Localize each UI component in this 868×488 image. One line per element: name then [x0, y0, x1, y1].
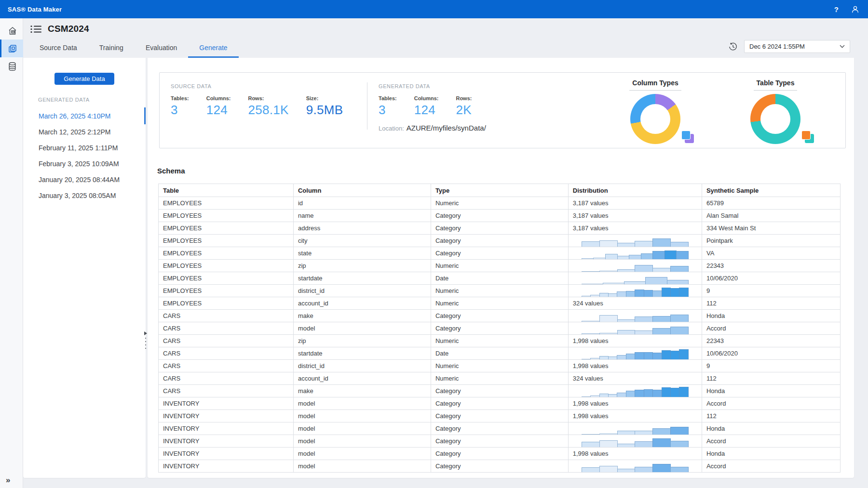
- table-row: INVENTORYmodelCategory1,998 values112: [159, 410, 841, 422]
- cell-column: zip: [293, 260, 431, 272]
- cell-column: model: [293, 435, 431, 448]
- cell-type: Category: [431, 247, 568, 260]
- top-bar: SAS® Data Maker ?: [0, 0, 868, 18]
- cell-table: CARS: [159, 322, 294, 335]
- cell-type: Date: [431, 272, 568, 285]
- generated-run-item[interactable]: March 12, 2025 2:12PM: [23, 124, 146, 140]
- table-row: EMPLOYEESstartdateDate10/06/2020: [159, 272, 841, 285]
- cell-table: INVENTORY: [159, 422, 294, 435]
- generate-main-panel: SOURCE DATA Tables:3Columns:124Rows:258.…: [148, 58, 854, 478]
- nav-home-icon[interactable]: [0, 22, 23, 40]
- distribution-histogram: [582, 322, 688, 334]
- cell-table: EMPLOYEES: [159, 197, 294, 210]
- column-types-title: Column Types: [629, 79, 681, 91]
- cell-type: Numeric: [431, 372, 568, 385]
- cell-column: name: [293, 210, 431, 222]
- stat-size: Size:9.5MB: [306, 95, 343, 118]
- column-types-donut: [630, 94, 680, 144]
- table-row: CARSmodelCategoryAccord: [159, 322, 841, 335]
- cell-table: CARS: [159, 372, 294, 385]
- snapshot-dropdown[interactable]: Dec 6 2024 1:55PM: [744, 40, 850, 53]
- generated-run-item[interactable]: January 3, 2025 08:05AM: [23, 187, 146, 203]
- nav-data-icon[interactable]: [0, 57, 23, 75]
- cell-synthetic-sample: Alan Samal: [702, 210, 840, 222]
- cell-synthetic-sample: 22343: [702, 260, 840, 272]
- help-icon[interactable]: ?: [834, 5, 839, 13]
- tab-evaluation[interactable]: Evaluation: [135, 44, 188, 58]
- table-row: INVENTORYmodelCategory1,998 valuesAccord: [159, 397, 841, 410]
- table-row: INVENTORYmodelCategoryAccord: [159, 435, 841, 448]
- tab-training[interactable]: Training: [88, 44, 135, 58]
- cell-synthetic-sample: 9: [702, 285, 840, 297]
- generate-data-button[interactable]: Generate Data: [54, 73, 114, 85]
- cell-distribution: [568, 285, 702, 297]
- cell-column: id: [293, 197, 431, 210]
- cell-synthetic-sample: Accord: [702, 460, 840, 473]
- column-header-table: Table: [159, 184, 294, 197]
- cell-column: account_id: [293, 372, 431, 385]
- tab-source-data[interactable]: Source Data: [28, 44, 88, 58]
- distribution-histogram: [582, 422, 688, 435]
- stat-tables: Tables:3: [171, 95, 189, 118]
- expand-sidebar-icon[interactable]: »: [6, 475, 10, 485]
- generated-data-section-label: GENERATED DATA: [38, 97, 146, 103]
- table-row: EMPLOYEEScityCategoryPointpark: [159, 235, 841, 247]
- generated-run-item[interactable]: January 20, 2025 08:44AM: [23, 171, 146, 187]
- cell-table: EMPLOYEES: [159, 235, 294, 247]
- cell-column: city: [293, 235, 431, 247]
- project-list-icon[interactable]: [30, 25, 42, 33]
- nav-projects-icon[interactable]: [0, 40, 23, 57]
- user-icon[interactable]: [851, 5, 859, 13]
- cell-type: Category: [431, 410, 568, 422]
- table-row: CARSzipNumeric1,998 values22343: [159, 335, 841, 347]
- cell-synthetic-sample: Honda: [702, 448, 840, 460]
- distribution-histogram: [582, 347, 688, 359]
- table-types-title: Table Types: [754, 79, 798, 91]
- distribution-histogram: [582, 460, 688, 472]
- cell-distribution: 324 values: [568, 372, 702, 385]
- cell-table: CARS: [159, 335, 294, 347]
- panel-collapse-handle[interactable]: [143, 331, 148, 349]
- cell-type: Category: [431, 385, 568, 397]
- topbar-actions: ?: [834, 5, 859, 13]
- cell-table: EMPLOYEES: [159, 222, 294, 235]
- cell-synthetic-sample: 112: [702, 410, 840, 422]
- table-row: EMPLOYEESaddressCategory3,187 values334 …: [159, 222, 841, 235]
- cell-distribution: [568, 260, 702, 272]
- cell-column: make: [293, 385, 431, 397]
- tab-generate[interactable]: Generate: [188, 44, 238, 58]
- table-row: EMPLOYEESstateCategoryVA: [159, 247, 841, 260]
- app-screen: SAS® Data Maker ?: [0, 0, 868, 488]
- page-title: CSM2024: [48, 24, 89, 34]
- table-types-donut: [750, 94, 800, 144]
- table-row: EMPLOYEESidNumeric3,187 values65789: [159, 197, 841, 210]
- cell-type: Category: [431, 460, 568, 473]
- table-row: INVENTORYmodelCategory1,998 valuesHonda: [159, 448, 841, 460]
- column-types-chart: Column Types: [614, 79, 696, 144]
- snapshot-picker: Dec 6 2024 1:55PM: [729, 40, 850, 53]
- table-row: EMPLOYEESdistrict_idNumeric9: [159, 285, 841, 297]
- distribution-histogram: [582, 310, 688, 322]
- cell-distribution: [568, 460, 702, 473]
- generated-run-item[interactable]: February 3, 2025 10:09AM: [23, 156, 146, 171]
- cell-synthetic-sample: 9: [702, 360, 840, 372]
- cell-table: EMPLOYEES: [159, 285, 294, 297]
- cell-synthetic-sample: Accord: [702, 322, 840, 335]
- generated-run-item[interactable]: February 11, 2025 1:11PM: [23, 140, 146, 156]
- snapshot-value: Dec 6 2024 1:55PM: [749, 43, 805, 50]
- table-row: EMPLOYEESaccount_idNumeric324 values112: [159, 297, 841, 310]
- table-row: EMPLOYEESzipNumeric22343: [159, 260, 841, 272]
- cell-type: Numeric: [431, 260, 568, 272]
- cell-distribution: 1,998 values: [568, 360, 702, 372]
- cell-table: EMPLOYEES: [159, 272, 294, 285]
- cell-type: Numeric: [431, 197, 568, 210]
- history-icon[interactable]: [729, 42, 737, 51]
- cell-synthetic-sample: 22343: [702, 335, 840, 347]
- distribution-histogram: [582, 260, 688, 272]
- generated-run-item[interactable]: March 26, 2025 4:10PM: [23, 108, 146, 124]
- cell-column: state: [293, 247, 431, 260]
- cell-distribution: 1,998 values: [568, 335, 702, 347]
- cell-synthetic-sample: Pointpark: [702, 235, 840, 247]
- cell-distribution: 3,187 values: [568, 210, 702, 222]
- cell-distribution: 1,998 values: [568, 448, 702, 460]
